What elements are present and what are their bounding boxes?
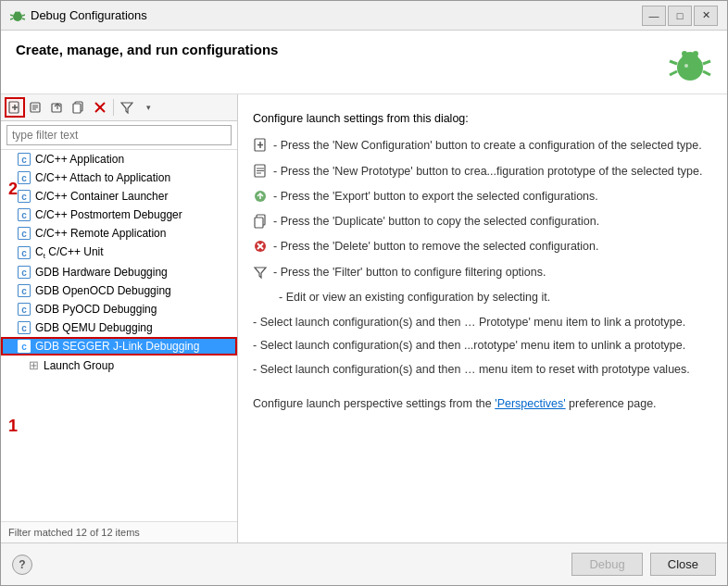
list-item-label: C/C++ Container Launcher xyxy=(35,190,168,203)
instr-text-del: - Press the 'Delete' button to remove th… xyxy=(273,237,712,256)
filter-input-wrap xyxy=(1,121,237,150)
c-icon: c xyxy=(18,208,31,221)
c-icon: c xyxy=(18,227,31,240)
svg-marker-30 xyxy=(121,103,132,113)
dup-instr-icon xyxy=(253,214,268,229)
proto-instr-icon xyxy=(253,164,268,179)
select-text-3: - Select launch configuration(s) and the… xyxy=(253,360,712,380)
list-item[interactable]: c C/C++ Container Launcher xyxy=(1,187,237,206)
del-instr-icon xyxy=(253,239,268,254)
list-item[interactable]: c C/C++ Application xyxy=(1,150,237,168)
help-button[interactable]: ? xyxy=(12,555,32,575)
svg-line-10 xyxy=(670,61,677,64)
instr-text-dup: - Press the 'Duplicate' button to copy t… xyxy=(273,212,712,231)
new-configuration-button[interactable] xyxy=(5,97,25,118)
list-item[interactable]: c GDB QEMU Debugging xyxy=(1,318,237,337)
filter-button[interactable] xyxy=(117,97,137,118)
list-item[interactable]: c C/C++ Attach to Application xyxy=(1,168,237,187)
title-bar: Debug Configurations — □ ✕ xyxy=(1,1,727,31)
list-item-label: GDB Hardware Debugging xyxy=(35,266,168,279)
header: Create, manage, and run configurations xyxy=(1,31,727,94)
instruction-delete: - Press the 'Delete' button to remove th… xyxy=(253,237,712,256)
instr-text-proto: - Press the 'New Prototype' button to cr… xyxy=(273,162,712,181)
bug-icon xyxy=(10,8,25,23)
selected-list-item[interactable]: c GDB SEGGER J-Link Debugging xyxy=(1,337,237,355)
list-item[interactable]: ⊞ Launch Group xyxy=(1,355,237,375)
minimize-button[interactable]: — xyxy=(642,6,666,26)
list-item[interactable]: c Ct C/C++ Unit xyxy=(1,243,237,263)
export-icon xyxy=(51,101,64,114)
perspectives-link[interactable]: 'Perspectives' xyxy=(495,397,565,410)
list-item-label: Launch Group xyxy=(44,359,114,372)
list-item-label: Ct C/C++ Unit xyxy=(35,245,104,260)
svg-point-16 xyxy=(684,64,688,68)
c-icon: c xyxy=(18,284,31,297)
svg-line-4 xyxy=(10,19,13,19)
list-item-label: C/C++ Application xyxy=(35,153,124,166)
svg-point-7 xyxy=(19,11,20,13)
svg-rect-41 xyxy=(255,218,263,228)
toolbar: ▾ xyxy=(1,94,237,121)
delete-button[interactable] xyxy=(90,97,110,118)
header-bug-icon xyxy=(668,42,712,86)
filter-dropdown-button[interactable]: ▾ xyxy=(138,97,158,118)
svg-point-15 xyxy=(693,51,698,56)
instr-text-new: - Press the 'New Configuration' button t… xyxy=(273,136,712,156)
filter-input[interactable] xyxy=(6,125,232,145)
new-config-icon xyxy=(8,101,21,114)
main-content: 2 1 xyxy=(1,94,727,542)
left-panel: ▾ c C/C++ Application c C/C++ Attach to … xyxy=(1,94,238,542)
svg-marker-45 xyxy=(255,268,266,278)
c-icon: c xyxy=(18,340,31,353)
list-item-label: GDB PyOCD Debugging xyxy=(35,303,157,316)
c-icon: c xyxy=(18,303,31,316)
instr-text-filter: - Press the 'Filter' button to configure… xyxy=(273,263,712,282)
launch-icon: ⊞ xyxy=(29,358,39,372)
new-prototype-button[interactable] xyxy=(26,97,46,118)
svg-line-2 xyxy=(10,15,13,16)
perspectives-section: Configure launch perspective settings fr… xyxy=(253,394,712,414)
maximize-button[interactable]: □ xyxy=(668,6,692,26)
title-bar-controls: — □ ✕ xyxy=(642,6,718,26)
svg-line-5 xyxy=(22,19,25,19)
annotation-label-1: 1 xyxy=(8,417,18,436)
tree-list[interactable]: c C/C++ Application c C/C++ Attach to Ap… xyxy=(1,150,237,521)
list-item[interactable]: c GDB PyOCD Debugging xyxy=(1,300,237,318)
perspectives-prefix: Configure launch perspective settings fr… xyxy=(253,397,495,410)
new-proto-icon xyxy=(30,101,43,114)
instruction-new: - Press the 'New Configuration' button t… xyxy=(253,136,712,156)
debug-button[interactable]: Debug xyxy=(571,553,642,576)
toolbar-separator xyxy=(113,99,114,116)
bottom-left: ? xyxy=(12,555,32,575)
c-icon: c xyxy=(18,190,31,203)
svg-point-6 xyxy=(15,11,17,13)
export-instr-icon xyxy=(253,189,268,204)
list-item-label: GDB QEMU Debugging xyxy=(35,321,153,334)
svg-line-13 xyxy=(703,71,710,75)
filter-icon xyxy=(120,101,133,114)
c-icon: c xyxy=(18,321,31,334)
list-item[interactable]: c GDB Hardware Debugging xyxy=(1,263,237,281)
close-window-button[interactable]: ✕ xyxy=(694,6,718,26)
list-item[interactable]: c C/C++ Remote Application xyxy=(1,224,237,243)
edit-view-label: - Edit or view an existing configuration… xyxy=(279,291,550,304)
c-icon: c xyxy=(18,153,31,166)
new-config-instr-icon xyxy=(253,138,268,153)
duplicate-button[interactable] xyxy=(69,97,89,118)
export-button[interactable] xyxy=(47,97,68,118)
select-text-1: - Select launch configuration(s) and the… xyxy=(253,313,712,332)
instruction-export: - Press the 'Export' button to export th… xyxy=(253,187,712,206)
title-bar-left: Debug Configurations xyxy=(10,8,147,23)
svg-line-11 xyxy=(703,61,710,64)
list-item-label: C/C++ Remote Application xyxy=(35,227,166,240)
instruction-filter: - Press the 'Filter' button to configure… xyxy=(253,263,712,282)
list-item[interactable]: c C/C++ Postmortem Debugger xyxy=(1,206,237,224)
list-item[interactable]: c GDB OpenOCD Debugging xyxy=(1,281,237,300)
bottom-right: Debug Close xyxy=(571,553,716,576)
dropdown-arrow-icon: ▾ xyxy=(146,103,151,112)
duplicate-icon xyxy=(72,101,85,114)
close-button[interactable]: Close xyxy=(650,553,716,576)
perspectives-suffix: preference page. xyxy=(566,397,657,410)
debug-configurations-window: Debug Configurations — □ ✕ Create, manag… xyxy=(0,0,728,586)
svg-line-12 xyxy=(670,71,677,75)
